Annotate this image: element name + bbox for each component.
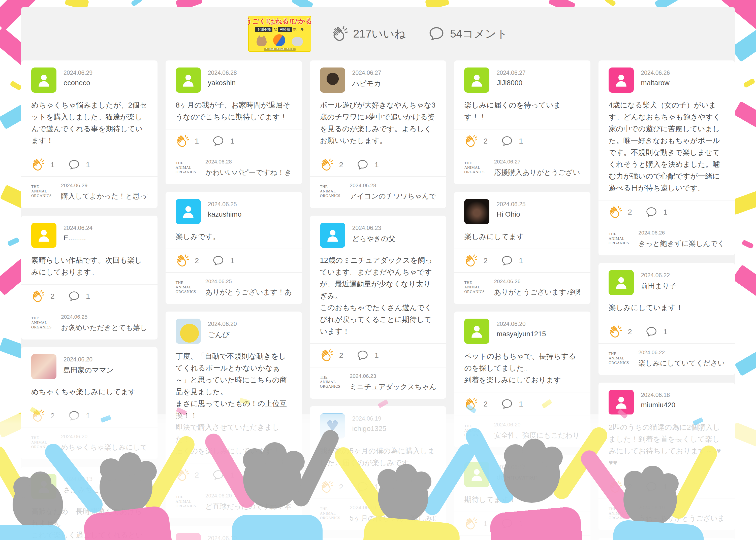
- commenter-name[interactable]: ごんび: [208, 330, 237, 339]
- speech-bubble-icon[interactable]: [501, 518, 513, 529]
- speech-bubble-icon[interactable]: [501, 255, 513, 266]
- clap-icon[interactable]: [176, 134, 189, 148]
- reply-text: ありがとうございます♪到着まで今し…: [494, 287, 580, 297]
- commenter-name[interactable]: どらやきの父: [352, 234, 395, 243]
- official-reply[interactable]: THEANIMALORGANICS 2024.06.17 ご期待いただきありがと…: [454, 535, 590, 540]
- commenter-name[interactable]: masyajyun1215: [497, 330, 546, 338]
- speech-bubble-icon[interactable]: [501, 398, 513, 410]
- speech-bubble-icon[interactable]: [213, 469, 224, 481]
- speech-bubble-icon[interactable]: [357, 481, 369, 493]
- commenter-name[interactable]: Hi Ohio: [497, 210, 526, 218]
- clap-icon[interactable]: [464, 517, 477, 530]
- comment-text: 2匹のうちの猫達の為に2個購入しました！到着を首を長くして楽しみにしてお待ちして…: [609, 421, 725, 469]
- clap-icon: [331, 26, 348, 42]
- person-icon: [613, 394, 629, 410]
- reply-text: うわ～ありがとうございます！2にゃ…: [638, 513, 725, 523]
- clap-icon[interactable]: [320, 158, 333, 171]
- speech-bubble-icon[interactable]: [501, 135, 513, 147]
- commenter-name[interactable]: yakoshin: [208, 79, 237, 87]
- comment-text: 楽しみです。: [176, 231, 292, 242]
- official-reply[interactable]: THEANIMALORGANICS 2024.06.20 めちゃくちゃ楽しみにし…: [21, 427, 158, 459]
- clap-icon[interactable]: [609, 480, 622, 493]
- speech-bubble-icon[interactable]: [646, 326, 657, 338]
- avatar: [609, 270, 634, 295]
- official-reply[interactable]: THEANIMALORGANICS 2024.06.26 ありがとうございます♪…: [454, 272, 590, 304]
- clap-icon[interactable]: [609, 205, 622, 218]
- commenter-name[interactable]: 島田家のママン: [64, 365, 114, 375]
- speech-bubble-icon[interactable]: [646, 481, 657, 493]
- clap-icon[interactable]: [609, 325, 622, 338]
- ball-icon: [273, 34, 285, 46]
- clap-icon[interactable]: [176, 254, 189, 267]
- commenter-name[interactable]: 前田まり子: [641, 281, 677, 291]
- subtitle-suffix: ボール: [293, 27, 304, 32]
- comment-actions: 2 1: [454, 392, 590, 416]
- clap-icon[interactable]: [320, 349, 333, 362]
- commenter-name[interactable]: ハピモカ: [352, 79, 381, 88]
- reply-count: 1: [519, 400, 523, 408]
- commenter-name[interactable]: econeco: [64, 79, 92, 87]
- comment-date: 2024.06.18: [641, 392, 676, 398]
- product-thumbnail[interactable]: うごく!はねる!ひかる! 予測不能 な AI搭載 ボール BLING! BANG…: [248, 16, 311, 52]
- comment-card: 2024.06.20 島田家のママン めちゃくちゃ楽しみにしてます 2 1 TH…: [21, 347, 158, 459]
- comment-card: 2024.06.23 どらやきの父 12歳のミニチュアダックスを飼っています。ま…: [310, 215, 446, 399]
- speech-bubble-icon[interactable]: [646, 206, 657, 218]
- speech-bubble-icon[interactable]: [68, 159, 80, 171]
- reply-count: 1: [230, 256, 234, 265]
- comment-body: 2024.06.18 miumiu420 2匹のうちの猫達の為に2個購入しました…: [598, 383, 735, 475]
- clap-icon[interactable]: [464, 397, 477, 411]
- reply-text: ミニチュアダックスちゃん～(*^^*)かわ…: [350, 382, 436, 392]
- speech-bubble-icon[interactable]: [213, 135, 224, 147]
- person-icon: [613, 275, 629, 290]
- commenter-name[interactable]: miumiu420: [641, 401, 676, 409]
- person-icon: [36, 478, 52, 494]
- official-reply[interactable]: THEANIMALORGANICS 2024.06.26 きっと飽きずに楽しんで…: [598, 224, 735, 255]
- official-reply[interactable]: THEANIMALORGANICS 2024.06.29 購入してよかった！と思…: [21, 176, 158, 208]
- clap-icon[interactable]: [31, 409, 44, 422]
- badge-ai: AI搭載: [278, 27, 292, 32]
- clap-icon[interactable]: [31, 158, 44, 171]
- commenter-name[interactable]: E.........: [64, 234, 92, 242]
- commenter-name[interactable]: JiJi8000: [497, 79, 526, 87]
- commenter-name[interactable]: さぶみちこ: [64, 485, 99, 495]
- speech-bubble-icon[interactable]: [357, 349, 369, 361]
- comment-column: 2024.06.26 maitarow 4歳になる柴犬（女の子）がいます。どんな…: [598, 61, 735, 540]
- speech-bubble-icon[interactable]: [357, 159, 369, 171]
- reply-count: 1: [86, 161, 90, 169]
- commenter-name[interactable]: kazushimo: [208, 210, 242, 218]
- avatar: [176, 319, 201, 344]
- reply-count: 1: [375, 161, 379, 169]
- official-reply[interactable]: THEANIMALORGANICS 2024.06.28 アイコンのチワワちゃん…: [310, 176, 446, 208]
- speech-bubble-icon[interactable]: [68, 290, 80, 302]
- person-icon: [469, 467, 485, 482]
- clap-icon[interactable]: [320, 480, 333, 493]
- clap-icon[interactable]: [464, 254, 477, 267]
- official-reply[interactable]: THEANIMALORGANICS 2024.06.19 5ヶ月の僕ちゃん、楽し…: [310, 498, 446, 530]
- speech-bubble-icon[interactable]: [213, 255, 224, 266]
- official-reply[interactable]: THEANIMALORGANICS 2024.06.19 うわ～ありがとうござい…: [598, 498, 735, 530]
- clap-icon[interactable]: [31, 290, 44, 303]
- commenter-name[interactable]: maitarow: [641, 79, 670, 87]
- official-reply[interactable]: THEANIMALORGANICS 2024.06.22 楽しみにしていてくださ…: [598, 343, 735, 375]
- badge-unpredictable: 予測不能: [255, 27, 272, 32]
- official-reply[interactable]: THEANIMALORGANICS 2024.06.25 ありがとうございます！…: [166, 272, 302, 304]
- speech-bubble-icon[interactable]: [68, 410, 80, 422]
- reply-date: 2024.06.22: [638, 349, 725, 355]
- clap-icon[interactable]: [464, 134, 477, 148]
- official-reply[interactable]: THEANIMALORGANICS 2024.06.23 ミニチュアダックスちゃ…: [310, 367, 446, 399]
- official-reply[interactable]: THEANIMALORGANICS 2024.06.20 安全性、強度にもこだわ…: [454, 416, 590, 447]
- comment-text: 4歳になる柴犬（女の子）がいます。どんなおもちゃも飽きやすく家の中での遊びに苦慮…: [609, 99, 725, 194]
- official-reply[interactable]: THEANIMALORGANICS 2024.06.27 応援購入ありがとうござ…: [454, 153, 590, 184]
- official-reply[interactable]: THEANIMALORGANICS 2024.06.25 お褒めいただきとても嬉…: [21, 308, 158, 339]
- clap-count: 2: [339, 351, 344, 360]
- product-title: うごく!はねる!ひかる!: [248, 17, 311, 26]
- commenter-name[interactable]: dotarrowman: [497, 473, 537, 481]
- person-icon: [180, 72, 196, 88]
- official-reply[interactable]: THEANIMALORGANICS 2024.06.20 ど直球だったのですね！…: [166, 486, 302, 518]
- clap-icon[interactable]: [176, 469, 189, 481]
- comment-text: 高齢なため 長時間遊んであげられません これで楽しく過ごしてくれるといいなと思っ…: [31, 505, 147, 540]
- official-reply[interactable]: THEANIMALORGANICS 2024.06.28 かわいいパピーですね！…: [166, 153, 302, 184]
- commenter-name[interactable]: ichigo1325: [352, 425, 386, 433]
- brand-logo: THEANIMALORGANICS: [31, 434, 56, 449]
- comment-card: 2024.06.22 前田まり子 楽しみにしています！ 2 1 THEANIMA…: [598, 263, 735, 375]
